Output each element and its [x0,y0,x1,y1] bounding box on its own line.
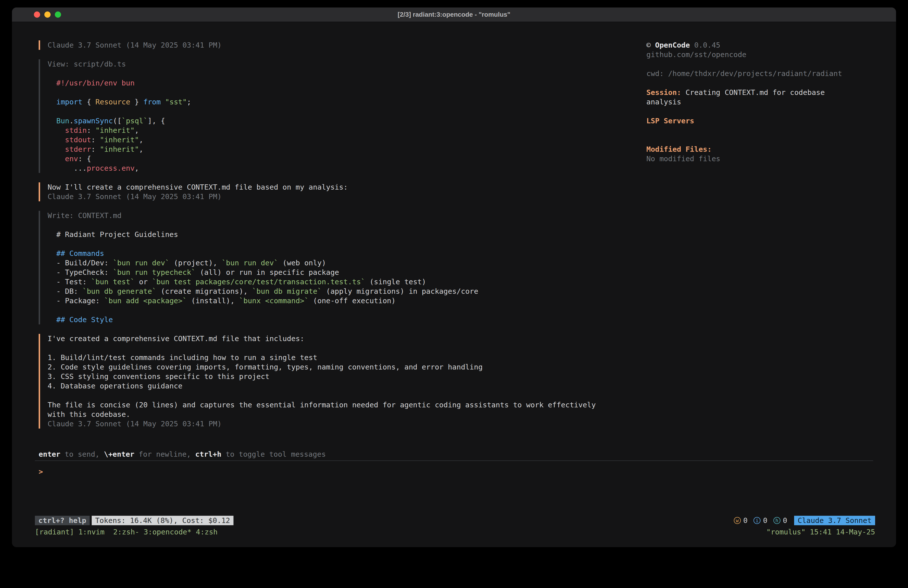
session-sidebar: © OpenCode 0.0.45github.com/sst/opencode… [646,40,881,163]
text-segment: `bun run dev` [222,259,278,267]
text-segment: ## Commands [48,249,104,258]
terminal-line: ## Code Style [48,315,634,324]
tmux-window-list[interactable]: [radiant] 1:nvim 2:zsh- 3:opencode* 4:zs… [35,527,217,536]
text-segment: `bunx <command>` [239,296,309,305]
text-segment: - DB: [48,287,82,295]
text-segment: "inherit" [100,145,139,153]
diagnostic-warnings: w0 [734,516,747,525]
terminal-line: ## Commands [48,249,634,258]
text-segment: ], { [148,117,165,125]
text-segment: 1. Build/lint/test commands including ho… [48,353,317,362]
text-segment: (one-off execution) [309,296,396,305]
terminal-line [646,78,881,88]
text-segment: : [91,135,100,144]
terminal-line: 2. Code style guidelines covering import… [48,362,634,372]
text-segment: analysis [646,98,681,106]
terminal-line: 3. CSS styling conventions specific to t… [48,372,634,381]
terminal-content: Claude 3.7 Sonnet (14 May 2025 03:41 PM)… [12,22,896,547]
text-segment: from [143,98,161,106]
terminal-line [48,69,634,78]
diagnostic-count: 0 [743,516,747,525]
terminal-line [48,106,634,116]
text-segment: - Package: [48,296,104,305]
terminal-line: ...process.env, [48,163,634,173]
text-segment: (project), [169,259,222,267]
text-segment: `bun run dev` [113,259,169,267]
text-segment: I've created a comprehensive CONTEXT.md … [48,334,304,343]
text-segment: Claude 3.7 Sonnet (14 May 2025 03:41 PM) [48,420,222,428]
text-segment [161,98,165,106]
terminal-line: # Radiant Project Guidelines [48,230,634,239]
minimize-button[interactable] [44,11,51,18]
terminal-line: Now I'll create a comprehensive CONTEXT.… [48,182,634,192]
tmux-clock: "romulus" 15:41 14-May-25 [766,527,875,536]
terminal-line: 1. Build/lint/test commands including ho… [48,353,634,362]
text-segment: Resource [95,98,130,106]
text-segment: ## Code Style [48,316,113,324]
terminal-line: #!/usr/bin/env bun [48,78,634,88]
terminal-line: © OpenCode 0.0.45 [646,40,881,50]
hints-icon: h [773,517,781,524]
text-segment: The file is concise (20 lines) and captu… [48,401,596,409]
terminal-line: - DB: `bun db generate` (create migratio… [48,287,634,296]
info-icon: i [753,517,760,524]
text-segment: stderr [48,145,91,153]
text-segment: © [646,41,655,49]
terminal-line: stderr: "inherit", [48,145,634,154]
diagnostic-count: 0 [783,516,787,525]
text-segment: 3. CSS styling conventions specific to t… [48,372,269,381]
text-segment: (web only) [278,259,326,267]
text-segment: github.com/sst/opencode [646,50,747,59]
prompt-input[interactable]: > [39,467,43,476]
tokens-cost-chip: Tokens: 16.4K (8%), Cost: $0.12 [92,516,233,525]
text-segment: cwd: /home/thdxr/dev/projects/radiant/ra… [646,69,842,78]
terminal-line: Claude 3.7 Sonnet (14 May 2025 03:41 PM) [48,192,634,201]
text-segment: ctrl+h [195,450,222,458]
terminal-line: Write: CONTEXT.md [48,211,634,220]
text-segment: } [130,98,143,106]
terminal-line: - TypeCheck: `bun run typecheck` (all) o… [48,267,634,277]
text-segment: Claude 3.7 Sonnet (14 May 2025 03:41 PM) [48,192,222,201]
terminal-line: env: { [48,154,634,163]
text-segment: , [139,145,143,153]
text-segment: `bun db generate` [82,287,156,295]
text-segment: , [139,135,143,144]
text-segment: LSP Servers [646,117,694,125]
tmux-status-bar: [radiant] 1:nvim 2:zsh- 3:opencode* 4:zs… [35,527,875,536]
text-segment: Now I'll create a comprehensive CONTEXT.… [48,183,348,191]
terminal-line: cwd: /home/thdxr/dev/projects/radiant/ra… [646,69,881,78]
text-segment: for newline, [134,450,195,458]
text-segment: #!/usr/bin/env bun [48,79,135,87]
terminal-line: - Build/Dev: `bun run dev` (project), `b… [48,258,634,267]
text-segment: Claude 3.7 Sonnet (14 May 2025 03:41 PM) [48,41,222,49]
terminal-line: enter to send, \+enter for newline, ctrl… [39,449,326,459]
terminal-line: Claude 3.7 Sonnet (14 May 2025 03:41 PM) [48,40,634,50]
text-segment: "inherit" [100,135,139,144]
window-titlebar[interactable]: [2/3] radiant:3:opencode - "romulus" [12,8,896,22]
terminal-line [48,220,634,230]
terminal-line: Session: Creating CONTEXT.md for codebas… [646,88,881,97]
text-segment: (install), [187,296,239,305]
text-segment: to send, [60,450,104,458]
text-segment: , [135,164,139,172]
terminal-line: - Package: `bun add <package>` (install)… [48,296,634,306]
zoom-button[interactable] [55,11,61,18]
close-button[interactable] [34,11,40,18]
warnings-icon: w [734,517,741,524]
text-segment: No modified files [646,155,720,163]
terminal-line [646,135,881,145]
text-segment: , [135,126,139,135]
diagnostic-info: i0 [753,516,767,525]
text-segment: to toggle tool messages [221,450,326,458]
terminal-line: View: script/db.ts [48,59,634,69]
text-segment: - Build/Dev: [48,259,113,267]
diagnostic-count: 0 [763,516,767,525]
help-shortcut-chip[interactable]: ctrl+? help [35,516,90,525]
text-segment: env [48,155,78,163]
window-title: [2/3] radiant:3:opencode - "romulus" [398,11,510,18]
text-segment: : [91,145,100,153]
terminal-line: stdout: "inherit", [48,135,634,145]
terminal-line [48,88,634,97]
model-badge[interactable]: Claude 3.7 Sonnet [794,516,875,525]
terminal-line [48,343,634,353]
